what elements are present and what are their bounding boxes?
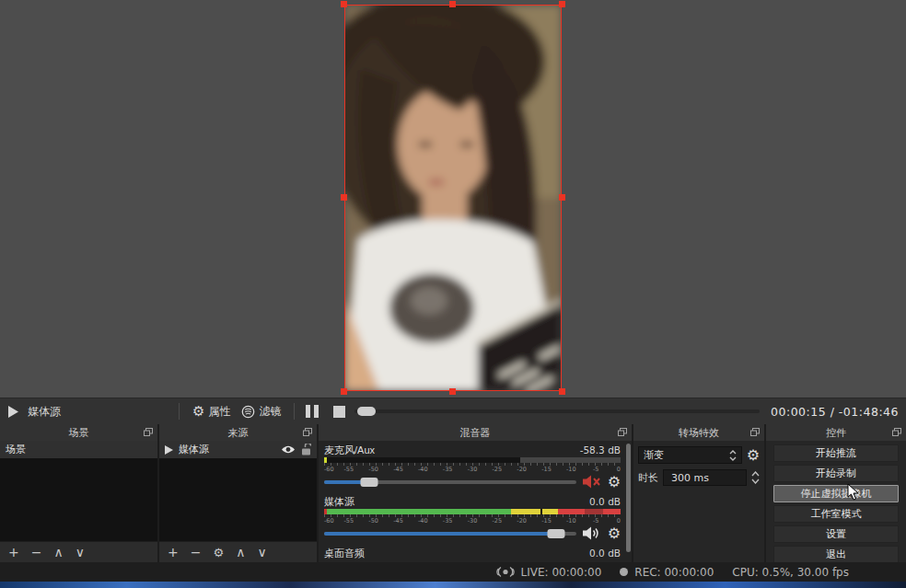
panel-popout-icon[interactable] xyxy=(892,428,901,436)
controls-body: 开始推流 开始录制 停止虚拟摄像机 工作室模式 设置 退出 xyxy=(766,441,906,567)
seek-slider[interactable] xyxy=(354,409,760,413)
channel-name: 媒体源 xyxy=(324,495,354,509)
add-source-button[interactable]: + xyxy=(168,546,179,559)
settings-button[interactable]: 设置 xyxy=(773,525,899,543)
mixer-scrollbar[interactable] xyxy=(626,444,631,552)
channel-settings-gear-icon[interactable]: ⚙ xyxy=(608,526,621,541)
volume-slider-handle[interactable] xyxy=(361,478,378,487)
tick-label: -40 xyxy=(418,466,428,473)
stop-button[interactable] xyxy=(333,406,345,418)
exit-button[interactable]: 退出 xyxy=(773,546,899,563)
tick-label: -30 xyxy=(468,517,478,525)
docks-row: 场景 场景 + − ∧ ∨ 来源 xyxy=(0,424,906,562)
controls-panel: 控件 开始推流 开始录制 停止虚拟摄像机 工作室模式 设置 退出 xyxy=(766,424,906,562)
tick-label: -5 xyxy=(593,517,598,525)
panel-popout-icon[interactable] xyxy=(303,428,312,436)
tick-label: -45 xyxy=(393,466,403,473)
tick-label: -35 xyxy=(443,517,453,525)
spin-up-icon[interactable] xyxy=(751,471,760,477)
channel-settings-gear-icon[interactable]: ⚙ xyxy=(608,475,621,490)
status-bar: LIVE: 00:00:00 REC: 00:00:00 CPU: 0.5%, … xyxy=(0,562,906,582)
toolbar-divider xyxy=(179,403,180,420)
volume-slider[interactable] xyxy=(324,480,576,484)
duration-spinner[interactable] xyxy=(751,471,760,484)
media-time-display: 00:00:15 / -01:48:46 xyxy=(771,405,899,419)
system-stats: CPU: 0.5%, 30.00 fps xyxy=(732,566,849,579)
video-source-selected[interactable] xyxy=(344,5,562,391)
source-properties-gear-icon[interactable]: ⚙ xyxy=(213,547,224,559)
resize-handle-bottom-left[interactable] xyxy=(341,388,347,395)
transitions-panel: 转场特效 渐变 ⚙ xyxy=(633,424,764,562)
tick-label: -15 xyxy=(541,517,552,525)
play-icon xyxy=(7,406,18,418)
properties-button[interactable]: ⚙ 属性 xyxy=(192,404,230,420)
start-recording-button[interactable]: 开始录制 xyxy=(773,465,899,482)
resize-handle-bottom-right[interactable] xyxy=(559,388,565,395)
transport-controls xyxy=(306,405,345,418)
media-source-label: 媒体源 xyxy=(28,404,61,420)
transition-settings-gear-icon[interactable]: ⚙ xyxy=(747,448,760,463)
channel-name: 桌面音频 xyxy=(324,547,365,560)
unlock-icon[interactable] xyxy=(301,444,311,455)
source-move-up-button[interactable]: ∧ xyxy=(236,546,245,559)
panel-popout-icon[interactable] xyxy=(750,428,760,436)
gear-icon: ⚙ xyxy=(192,405,204,419)
scenes-panel: 场景 场景 + − ∧ ∨ xyxy=(0,424,157,562)
source-move-down-button[interactable]: ∨ xyxy=(257,546,266,559)
pause-button[interactable] xyxy=(306,405,319,418)
panel-popout-icon[interactable] xyxy=(618,428,627,436)
tick-label: -10 xyxy=(566,517,576,525)
properties-label: 属性 xyxy=(208,404,230,420)
media-controls-toolbar: 媒体源 ⚙ 属性 滤镜 00:00:15 / -01:48:46 xyxy=(0,398,906,424)
panel-popout-icon[interactable] xyxy=(144,428,153,436)
volume-slider[interactable] xyxy=(324,532,576,536)
volume-slider-handle[interactable] xyxy=(547,529,564,538)
mute-speaker-icon[interactable] xyxy=(583,475,601,489)
studio-mode-button[interactable]: 工作室模式 xyxy=(773,505,899,523)
stop-virtual-camera-button[interactable]: 停止虚拟摄像机 xyxy=(773,485,899,502)
resize-handle-top-middle[interactable] xyxy=(449,1,456,7)
mixer-channel-media: 媒体源 0.0 dB -60-55-50-45-40-35-30-25-20-1… xyxy=(324,495,621,542)
resize-handle-top-right[interactable] xyxy=(559,1,565,7)
scenes-toolbar: + − ∧ ∨ xyxy=(0,541,157,562)
resize-handle-middle-left[interactable] xyxy=(341,194,347,201)
seek-handle[interactable] xyxy=(357,407,376,416)
remove-source-button[interactable]: − xyxy=(191,546,202,559)
live-time: LIVE: 00:00:00 xyxy=(521,566,602,579)
tick-label: -60 xyxy=(324,466,334,473)
select-chevrons-icon xyxy=(729,450,737,461)
toolbar-divider xyxy=(294,403,295,420)
remove-scene-button[interactable]: − xyxy=(31,546,42,559)
audio-mixer-panel: 混音器 麦克风/Aux -58.3 dB -60- xyxy=(319,424,632,562)
resize-handle-bottom-middle[interactable] xyxy=(449,388,456,395)
tick-label: -55 xyxy=(344,466,354,473)
start-streaming-button[interactable]: 开始推流 xyxy=(773,444,899,462)
sources-panel: 来源 媒体源 xyxy=(159,424,317,562)
mixer-body: 麦克风/Aux -58.3 dB -60-55-50-45-40-35-30-2… xyxy=(319,441,632,562)
scenes-title: 场景 xyxy=(69,426,89,440)
tick-label: -30 xyxy=(468,466,478,473)
tick-label: -50 xyxy=(368,517,378,525)
channel-db-value: -58.3 dB xyxy=(580,444,621,455)
duration-input[interactable]: 300 ms xyxy=(663,469,747,486)
spin-down-icon[interactable] xyxy=(751,478,760,484)
tick-label: -25 xyxy=(493,466,503,473)
visibility-eye-icon[interactable] xyxy=(281,444,296,455)
scene-move-up-button[interactable]: ∧ xyxy=(53,546,63,559)
add-scene-button[interactable]: + xyxy=(8,546,19,559)
scene-list-item[interactable]: 场景 xyxy=(0,441,157,458)
controls-title: 控件 xyxy=(826,426,846,440)
mixer-channel-desktop: 桌面音频 0.0 dB xyxy=(324,547,621,559)
preview-canvas[interactable] xyxy=(0,0,906,398)
filters-button[interactable]: 滤镜 xyxy=(241,404,281,420)
resize-handle-top-left[interactable] xyxy=(341,1,347,7)
tick-label: -55 xyxy=(344,517,354,525)
resize-handle-middle-right[interactable] xyxy=(559,194,565,201)
duration-label: 时长 xyxy=(638,471,658,485)
broadcast-icon xyxy=(496,566,515,578)
tick-label: -40 xyxy=(418,517,428,525)
speaker-icon[interactable] xyxy=(583,526,601,540)
transition-select[interactable]: 渐变 xyxy=(638,446,742,464)
source-list-item[interactable]: 媒体源 xyxy=(159,441,317,458)
scene-move-down-button[interactable]: ∨ xyxy=(76,546,85,559)
